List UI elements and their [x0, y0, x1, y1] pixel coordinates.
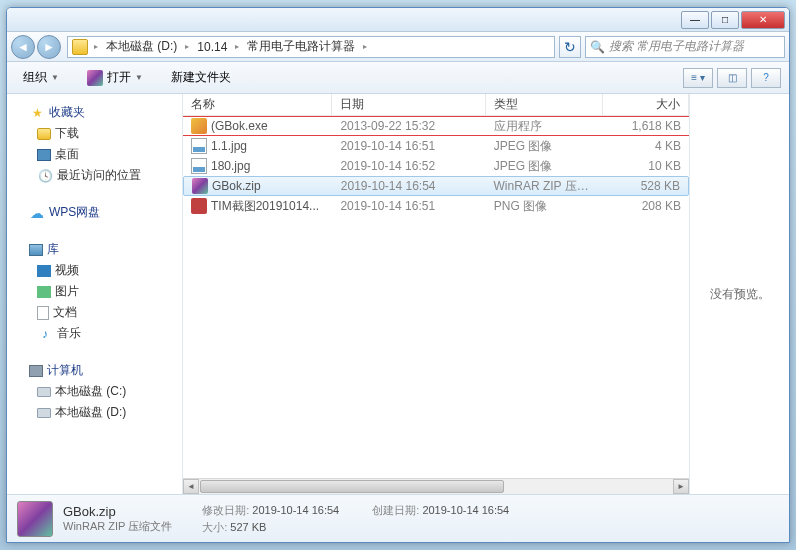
image-icon	[37, 286, 51, 298]
file-date: 2019-10-14 16:52	[332, 159, 485, 173]
minimize-button[interactable]: —	[681, 11, 709, 29]
sidebar-item-disk-c[interactable]: 本地磁盘 (C:)	[7, 381, 182, 402]
file-name: 180.jpg	[211, 159, 250, 173]
chevron-down-icon: ▼	[51, 73, 59, 82]
scroll-right-icon[interactable]: ►	[673, 479, 689, 494]
sidebar-item-videos[interactable]: 视频	[7, 260, 182, 281]
sidebar-favorites[interactable]: ★收藏夹	[7, 102, 182, 123]
sidebar-item-disk-d[interactable]: 本地磁盘 (D:)	[7, 402, 182, 423]
file-type: JPEG 图像	[486, 138, 604, 155]
navbar: ◄ ► ▸ 本地磁盘 (D:) ▸ 10.14 ▸ 常用电子电路计算器 ▸ ↻ …	[7, 32, 789, 62]
star-icon: ★	[29, 105, 45, 121]
column-date[interactable]: 日期	[332, 94, 485, 115]
search-input[interactable]: 🔍 搜索 常用电子电路计算器	[585, 36, 785, 58]
help-button[interactable]: ?	[751, 68, 781, 88]
sidebar-item-pictures[interactable]: 图片	[7, 281, 182, 302]
sidebar-item-downloads[interactable]: 下载	[7, 123, 182, 144]
toolbar: 组织▼ 打开▼ 新建文件夹 ≡ ▾ ◫ ?	[7, 62, 789, 94]
file-list: 名称 日期 类型 大小 (GBok.exe2013-09-22 15:32应用程…	[183, 94, 689, 494]
file-type: JPEG 图像	[486, 158, 604, 175]
search-icon: 🔍	[590, 40, 605, 54]
breadcrumb-segment[interactable]: 本地磁盘 (D:)	[102, 38, 181, 55]
jpg-icon	[191, 138, 207, 154]
scrollbar-thumb[interactable]	[200, 480, 504, 493]
breadcrumb-segment[interactable]: 常用电子电路计算器	[243, 38, 359, 55]
sidebar-item-recent[interactable]: 🕓最近访问的位置	[7, 165, 182, 186]
sidebar-libraries[interactable]: 库	[7, 239, 182, 260]
file-size: 208 KB	[603, 199, 689, 213]
file-row[interactable]: 180.jpg2019-10-14 16:52JPEG 图像10 KB	[183, 156, 689, 176]
chevron-right-icon: ▸	[231, 42, 243, 51]
status-size-label: 大小:	[202, 521, 227, 533]
file-name: GBok.zip	[212, 179, 261, 193]
titlebar: — □ ✕	[7, 8, 789, 32]
organize-button[interactable]: 组织▼	[15, 67, 67, 88]
desktop-icon	[37, 149, 51, 161]
file-name: (GBok.exe	[211, 119, 268, 133]
forward-button[interactable]: ►	[37, 35, 61, 59]
status-created-value: 2019-10-14 16:54	[422, 504, 509, 516]
file-name: TIM截图20191014...	[211, 198, 319, 215]
preview-pane-button[interactable]: ◫	[717, 68, 747, 88]
column-type[interactable]: 类型	[486, 94, 604, 115]
sidebar-item-documents[interactable]: 文档	[7, 302, 182, 323]
chevron-right-icon: ▸	[359, 42, 371, 51]
close-button[interactable]: ✕	[741, 11, 785, 29]
png-icon	[191, 198, 207, 214]
sidebar: ★收藏夹 下载 桌面 🕓最近访问的位置 ☁WPS网盘 库 视频 图片 文档 ♪音…	[7, 94, 183, 494]
archive-icon	[87, 70, 103, 86]
status-size-value: 527 KB	[230, 521, 266, 533]
column-headers: 名称 日期 类型 大小	[183, 94, 689, 116]
maximize-button[interactable]: □	[711, 11, 739, 29]
file-type: WinRAR ZIP 压缩...	[486, 178, 603, 195]
refresh-button[interactable]: ↻	[559, 36, 581, 58]
horizontal-scrollbar[interactable]: ◄ ►	[183, 478, 689, 494]
back-button[interactable]: ◄	[11, 35, 35, 59]
jpg-icon	[191, 158, 207, 174]
file-type: PNG 图像	[486, 198, 604, 215]
column-size[interactable]: 大小	[603, 94, 689, 115]
sidebar-item-desktop[interactable]: 桌面	[7, 144, 182, 165]
statusbar: GBok.zip WinRAR ZIP 压缩文件 修改日期: 2019-10-1…	[7, 494, 789, 542]
chevron-right-icon: ▸	[90, 42, 102, 51]
status-filename: GBok.zip	[63, 504, 172, 519]
status-created-label: 创建日期:	[372, 504, 419, 516]
recent-icon: 🕓	[37, 168, 53, 184]
zip-icon	[192, 178, 208, 194]
status-filetype: WinRAR ZIP 压缩文件	[63, 519, 172, 534]
exe-icon	[191, 118, 207, 134]
file-date: 2019-10-14 16:51	[332, 139, 485, 153]
explorer-window: — □ ✕ ◄ ► ▸ 本地磁盘 (D:) ▸ 10.14 ▸ 常用电子电路计算…	[6, 7, 790, 543]
column-name[interactable]: 名称	[183, 94, 332, 115]
sidebar-item-music[interactable]: ♪音乐	[7, 323, 182, 344]
breadcrumb[interactable]: ▸ 本地磁盘 (D:) ▸ 10.14 ▸ 常用电子电路计算器 ▸	[67, 36, 555, 58]
music-icon: ♪	[37, 326, 53, 342]
disk-icon	[37, 387, 51, 397]
preview-text: 没有预览。	[710, 286, 770, 303]
new-folder-button[interactable]: 新建文件夹	[163, 67, 239, 88]
file-row[interactable]: 1.1.jpg2019-10-14 16:51JPEG 图像4 KB	[183, 136, 689, 156]
sidebar-wps[interactable]: ☁WPS网盘	[7, 202, 182, 223]
file-size: 4 KB	[603, 139, 689, 153]
preview-pane: 没有预览。	[689, 94, 789, 494]
scroll-left-icon[interactable]: ◄	[183, 479, 199, 494]
file-date: 2019-10-14 16:54	[333, 179, 486, 193]
file-row[interactable]: (GBok.exe2013-09-22 15:32应用程序1,618 KB	[183, 116, 689, 136]
archive-icon	[17, 501, 53, 537]
file-row[interactable]: TIM截图20191014...2019-10-14 16:51PNG 图像20…	[183, 196, 689, 216]
breadcrumb-segment[interactable]: 10.14	[193, 40, 231, 54]
file-size: 528 KB	[603, 179, 688, 193]
file-row[interactable]: GBok.zip2019-10-14 16:54WinRAR ZIP 压缩...…	[183, 176, 689, 196]
view-options-button[interactable]: ≡ ▾	[683, 68, 713, 88]
sidebar-computer[interactable]: 计算机	[7, 360, 182, 381]
status-modified-value: 2019-10-14 16:54	[252, 504, 339, 516]
folder-icon	[72, 39, 88, 55]
status-modified-label: 修改日期:	[202, 504, 249, 516]
file-size: 1,618 KB	[603, 119, 689, 133]
file-size: 10 KB	[603, 159, 689, 173]
file-date: 2019-10-14 16:51	[332, 199, 485, 213]
video-icon	[37, 265, 51, 277]
open-button[interactable]: 打开▼	[79, 67, 151, 88]
file-name: 1.1.jpg	[211, 139, 247, 153]
search-placeholder: 搜索 常用电子电路计算器	[609, 38, 744, 55]
